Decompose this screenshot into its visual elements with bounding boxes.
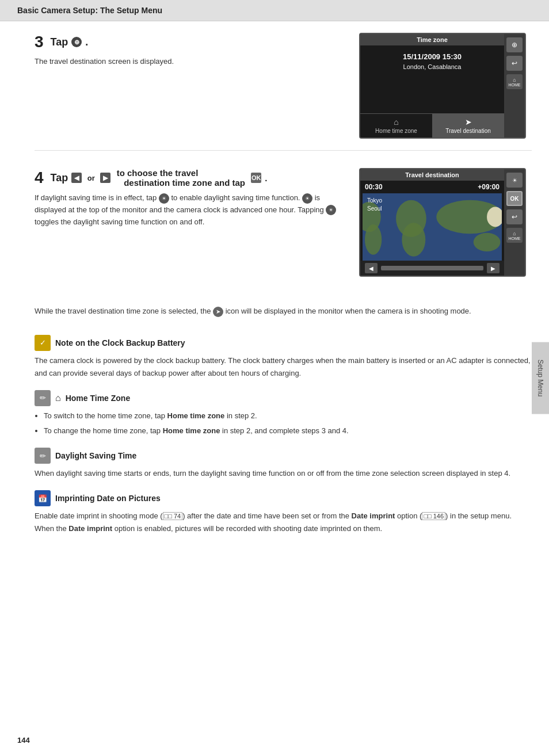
tz-back-btn[interactable]: ↩: [506, 56, 523, 71]
dst-icon-3: ☀: [326, 205, 336, 215]
header-title: Basic Camera Setup: The Setup Menu: [17, 6, 162, 15]
note-imprint-block: 📅 Imprinting Date on Pictures Enable dat…: [35, 490, 532, 535]
td-city2: Seoul: [367, 205, 382, 212]
td-time-left: 00:30: [365, 183, 383, 191]
note-dst-pencil-icon: ✏: [35, 448, 51, 464]
left-arrow-icon: ◀: [71, 173, 82, 183]
note-imprint-icon: 📅: [35, 490, 51, 506]
dst-icon-2: ☀: [302, 193, 312, 204]
step4-footer-note: While the travel destination time zone i…: [35, 306, 532, 318]
td-city1: Tokyo: [367, 197, 382, 204]
step3-right: Time zone 15/11/2009 15:30 London, Casab…: [359, 33, 532, 139]
td-back-btn[interactable]: ↩: [506, 209, 523, 224]
step3-title-pre: Tap: [51, 36, 68, 48]
td-nav-left[interactable]: ◀: [365, 263, 378, 273]
note-home-body: To switch to the home time zone, tap Hom…: [35, 410, 532, 437]
note-home-pencil-icon: ✏: [35, 390, 51, 406]
td-time-row: 00:30 +09:00: [360, 181, 504, 193]
home-tab-icon: ⌂: [394, 117, 398, 127]
td-nav-right[interactable]: ▶: [487, 263, 500, 273]
note-home-block: ✏ ⌂ Home Time Zone To switch to the home…: [35, 390, 532, 437]
note-clock-text: The camera clock is powered by the clock…: [35, 356, 531, 377]
tz-datetime: 15/11/2009 15:30: [360, 45, 504, 63]
step3-title-post: .: [85, 36, 88, 48]
globe-icon: ⊕: [71, 37, 82, 47]
page-number: 144: [17, 736, 30, 744]
tz-home-btn[interactable]: ⌂ HOME: [506, 74, 523, 89]
tz-tab-travel-label: Travel destination: [445, 128, 491, 134]
note-imprint-ref2: □□ 146: [422, 512, 445, 520]
note-imprint-header: 📅 Imprinting Date on Pictures: [35, 490, 532, 506]
step4-description: If daylight saving time is in effect, ta…: [35, 192, 348, 228]
td-home-btn[interactable]: ⌂ HOME: [506, 228, 523, 243]
tz-screen-inner: Time zone 15/11/2009 15:30 London, Casab…: [360, 34, 525, 138]
step4-title-pre: Tap: [51, 172, 68, 184]
timezone-screen: Time zone 15/11/2009 15:30 London, Casab…: [359, 33, 526, 139]
note-home-bullet1: To switch to the home time zone, tap Hom…: [44, 410, 532, 422]
step3-left: 3 Tap ⊕ . The travel destination screen …: [35, 33, 348, 139]
note-clock-icon: ✓: [35, 335, 51, 351]
note-dst-body: When daylight saving time starts or ends…: [35, 467, 532, 480]
travel-mode-icon: ➤: [213, 307, 223, 317]
tz-sidebar: ⊕ ↩ ⌂ HOME: [504, 34, 525, 138]
svg-point-2: [402, 223, 425, 257]
note-home-title: Home Time Zone: [66, 394, 131, 403]
step4-number: 4: [35, 169, 44, 187]
side-label: Setup Menu: [532, 342, 549, 414]
svg-point-4: [365, 224, 382, 255]
step3-section: 3 Tap ⊕ . The travel destination screen …: [35, 33, 532, 151]
tz-city: London, Casablanca: [360, 63, 504, 75]
main-content: 3 Tap ⊕ . The travel destination screen …: [0, 21, 549, 557]
step4-left: 4 Tap ◀ or ▶ to choose the travel destin…: [35, 168, 348, 277]
svg-point-7: [474, 233, 501, 251]
td-nav-bar: [381, 266, 483, 270]
td-nav-row: ◀ ▶: [360, 261, 504, 276]
note-home-bullet2: To change the home time zone, tap Home t…: [44, 425, 532, 437]
note-imprint-body: Enable date imprint in shooting mode (□□…: [35, 510, 532, 535]
tz-globe-btn[interactable]: ⊕: [506, 37, 523, 52]
td-home-label: HOME: [509, 236, 521, 240]
tz-tabs: ⌂ Home time zone ➤ Travel destination: [360, 113, 504, 138]
travel-tab-icon: ➤: [465, 117, 472, 127]
note-imprint-bold1: Date imprint: [352, 511, 395, 520]
note-clock-block: ✓ Note on the Clock Backup Battery The c…: [35, 335, 532, 380]
dst-icon-1: ☀: [159, 193, 169, 204]
td-map: Tokyo Seoul: [363, 193, 502, 261]
note-clock-body: The camera clock is powered by the clock…: [35, 354, 532, 380]
tz-tab-home[interactable]: ⌂ Home time zone: [360, 113, 432, 138]
tz-tab-home-label: Home time zone: [375, 128, 417, 134]
td-title: Travel destination: [360, 169, 504, 181]
right-arrow-icon: ▶: [100, 173, 110, 183]
td-city-label: Tokyo Seoul: [367, 197, 382, 213]
tz-home-icon: ⌂: [513, 77, 516, 83]
travel-dest-screen: Travel destination 00:30 +09:00: [359, 168, 526, 277]
note-imprint-ref1: □□ 74: [163, 512, 183, 520]
td-ok-btn[interactable]: OK: [506, 191, 523, 206]
step4-right: Travel destination 00:30 +09:00: [359, 168, 532, 277]
note-imprint-bold2: Date imprint: [68, 524, 112, 533]
td-screen-inner: Travel destination 00:30 +09:00: [360, 169, 525, 276]
note-home-header: ✏ ⌂ Home Time Zone: [35, 390, 532, 406]
td-dst-btn[interactable]: ☀: [506, 173, 523, 188]
note-imprint-title: Imprinting Date on Pictures: [55, 494, 161, 503]
note-clock-title: Note on the Clock Backup Battery: [55, 338, 185, 348]
note-dst-title: Daylight Saving Time: [55, 451, 136, 460]
note-home-house-icon: ⌂: [55, 393, 61, 403]
tz-tab-travel[interactable]: ➤ Travel destination: [432, 113, 504, 138]
step4-section: 4 Tap ◀ or ▶ to choose the travel destin…: [35, 168, 532, 288]
note-home-list: To switch to the home time zone, tap Hom…: [44, 410, 532, 437]
note-clock-header: ✓ Note on the Clock Backup Battery: [35, 335, 532, 351]
step3-description: The travel destination screen is display…: [35, 56, 348, 68]
map-svg: [363, 193, 502, 261]
ok-icon: OK: [251, 173, 261, 183]
notes-section: ✓ Note on the Clock Backup Battery The c…: [35, 335, 532, 536]
tz-main: Time zone 15/11/2009 15:30 London, Casab…: [360, 34, 504, 138]
step4-title: 4 Tap ◀ or ▶ to choose the travel destin…: [35, 168, 348, 188]
step4-desc-text: If daylight saving time is in effect, ta…: [35, 193, 159, 202]
td-sidebar: ☀ OK ↩ ⌂ HOME: [504, 169, 525, 276]
td-home-icon: ⌂: [513, 231, 516, 236]
note-dst-text: When daylight saving time starts or ends…: [35, 469, 510, 478]
tz-home-label: HOME: [509, 83, 521, 87]
td-main: Travel destination 00:30 +09:00: [360, 169, 504, 276]
tz-title: Time zone: [360, 34, 504, 45]
